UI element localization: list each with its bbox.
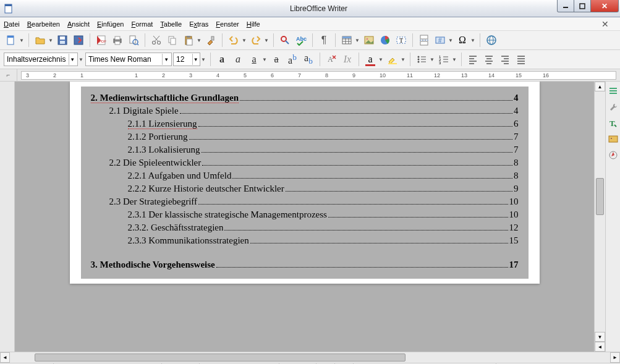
- menu-extras[interactable]: Extras: [189, 20, 208, 28]
- horizontal-scrollbar[interactable]: ◄ ►: [0, 352, 620, 363]
- hscroll-thumb[interactable]: [35, 353, 406, 362]
- find-replace-button[interactable]: [278, 33, 292, 48]
- erase-button[interactable]: Ix: [340, 52, 355, 67]
- spellcheck-button[interactable]: Abc: [294, 33, 308, 48]
- highlight-button[interactable]: [385, 52, 400, 67]
- toc-entry[interactable]: 2.1.2 Portierung7: [91, 132, 519, 142]
- toc-entry[interactable]: 2.1.1 Lizensierung6: [91, 119, 519, 129]
- table-of-contents[interactable]: 2. Medienwirtschaftliche Grundlagen42.1 …: [81, 87, 529, 279]
- table-dropdown[interactable]: ▼: [354, 38, 360, 43]
- highlight-dropdown[interactable]: ▼: [400, 57, 406, 62]
- insert-textbox-button[interactable]: T: [394, 33, 409, 48]
- number-list-button[interactable]: 123: [436, 52, 451, 67]
- font-size-combo[interactable]: ▼: [173, 53, 200, 66]
- specialchar-dropdown[interactable]: ▼: [470, 38, 476, 43]
- scroll-right-button[interactable]: ►: [610, 352, 620, 363]
- bold-button[interactable]: a: [214, 52, 229, 67]
- wrench-icon[interactable]: [608, 101, 619, 112]
- menu-ansicht[interactable]: Ansicht: [67, 20, 90, 28]
- paste-button[interactable]: [181, 33, 196, 48]
- styles-icon[interactable]: T: [608, 117, 619, 129]
- align-justify-button[interactable]: [514, 52, 529, 67]
- number-dropdown[interactable]: ▼: [451, 57, 457, 62]
- menu-format[interactable]: Format: [131, 20, 153, 28]
- toc-entry[interactable]: 2.2 Die Spieleentwickler8: [91, 158, 519, 168]
- maximize-button[interactable]: [574, 0, 591, 12]
- redo-button[interactable]: [248, 33, 263, 48]
- menu-datei[interactable]: Datei: [4, 20, 20, 28]
- nav-collapse-button[interactable]: ◄: [595, 342, 605, 352]
- strikethrough-button[interactable]: a: [269, 52, 284, 67]
- insert-chart-button[interactable]: [378, 33, 393, 48]
- document-canvas[interactable]: 2. Medienwirtschaftliche Grundlagen42.1 …: [15, 82, 594, 352]
- toc-entry[interactable]: 2.1 Digitale Spiele4: [91, 106, 519, 116]
- format-paintbrush-button[interactable]: [203, 33, 218, 48]
- underline-button[interactable]: a: [247, 52, 261, 67]
- save-as-button[interactable]: [71, 33, 86, 48]
- underline-dropdown[interactable]: ▼: [261, 57, 268, 62]
- bullet-dropdown[interactable]: ▼: [429, 57, 435, 62]
- navigator-icon[interactable]: [608, 150, 619, 161]
- italic-button[interactable]: a: [231, 52, 245, 67]
- menu-fenster[interactable]: Fenster: [216, 20, 239, 28]
- copy-button[interactable]: [165, 33, 180, 48]
- bullet-list-button[interactable]: [414, 52, 429, 67]
- vertical-ruler[interactable]: [0, 82, 15, 352]
- align-right-button[interactable]: [498, 52, 512, 67]
- insert-table-button[interactable]: [339, 33, 354, 48]
- export-pdf-button[interactable]: PDF: [94, 33, 109, 48]
- toc-entry[interactable]: 2.2.2 Kurze Historie deutscher Entwickle…: [91, 184, 519, 194]
- superscript-button[interactable]: ab: [285, 52, 300, 67]
- properties-icon[interactable]: [608, 85, 619, 96]
- scroll-up-button[interactable]: ▲: [595, 82, 605, 91]
- toc-entry[interactable]: 2.3.1 Der klassische strategische Manage…: [91, 210, 519, 220]
- align-left-button[interactable]: [465, 52, 480, 67]
- insert-specialchar-button[interactable]: Ω: [455, 33, 470, 48]
- scroll-left-button[interactable]: ◄: [0, 352, 10, 363]
- print-preview-button[interactable]: [126, 33, 141, 48]
- font-color-dropdown[interactable]: ▼: [378, 57, 384, 62]
- paragraph-style-combo[interactable]: ▼: [4, 53, 78, 66]
- horizontal-ruler[interactable]: 32112345678910111213141516: [21, 71, 616, 80]
- scroll-thumb[interactable]: [596, 178, 604, 215]
- insert-field-button[interactable]: #: [433, 33, 448, 48]
- toc-entry[interactable]: 2.1.3 Lokalisierung7: [91, 145, 519, 155]
- clear-formatting-button[interactable]: A: [324, 52, 339, 67]
- subscript-button[interactable]: ab: [301, 52, 316, 67]
- scroll-down-button[interactable]: ▼: [595, 332, 605, 342]
- toc-entry[interactable]: 3. Methodische Vorgehensweise17: [91, 260, 519, 270]
- new-button[interactable]: [4, 33, 19, 48]
- gallery-icon[interactable]: [608, 133, 619, 145]
- toc-entry[interactable]: 2.2.1 Aufgaben und Umfeld8: [91, 171, 519, 181]
- menu-hilfe[interactable]: Hilfe: [247, 20, 260, 28]
- save-button[interactable]: [55, 33, 70, 48]
- insert-image-button[interactable]: [362, 33, 376, 48]
- style-dropdown[interactable]: ▼: [78, 57, 84, 62]
- align-center-button[interactable]: [482, 52, 496, 67]
- minimize-button[interactable]: [557, 0, 574, 12]
- menu-tabelle[interactable]: Tabelle: [160, 20, 182, 28]
- font-color-button[interactable]: a: [363, 52, 378, 67]
- menu-einfuegen[interactable]: Einfügen: [97, 20, 124, 28]
- vertical-scrollbar[interactable]: ▲ ▼ ◄: [594, 82, 605, 352]
- close-document-button[interactable]: ✕: [601, 19, 609, 29]
- close-button[interactable]: ✕: [590, 0, 619, 12]
- insert-pagebreak-button[interactable]: [417, 33, 431, 48]
- toc-entry[interactable]: 2.3.3 Kommunikationsstrategien15: [91, 235, 519, 246]
- redo-dropdown[interactable]: ▼: [263, 38, 270, 43]
- toc-entry[interactable]: 2.3 Der Strategiebegriff10: [91, 197, 519, 207]
- nonprinting-chars-button[interactable]: ¶: [316, 33, 331, 48]
- open-dropdown[interactable]: ▼: [48, 38, 54, 43]
- cut-button[interactable]: [149, 33, 164, 48]
- field-dropdown[interactable]: ▼: [448, 38, 454, 43]
- font-name-combo[interactable]: ▼: [85, 53, 172, 66]
- menu-bearbeiten[interactable]: Bearbeiten: [27, 20, 60, 28]
- undo-dropdown[interactable]: ▼: [241, 38, 247, 43]
- undo-button[interactable]: [226, 33, 241, 48]
- open-button[interactable]: [33, 33, 48, 48]
- toc-entry[interactable]: 2. Medienwirtschaftliche Grundlagen4: [91, 93, 519, 103]
- print-button[interactable]: [110, 33, 125, 48]
- font-size-dropdown[interactable]: ▼: [200, 57, 206, 62]
- insert-hyperlink-button[interactable]: [484, 33, 499, 48]
- toc-entry[interactable]: 2.3.2. Geschäftsstrategien12: [91, 222, 519, 233]
